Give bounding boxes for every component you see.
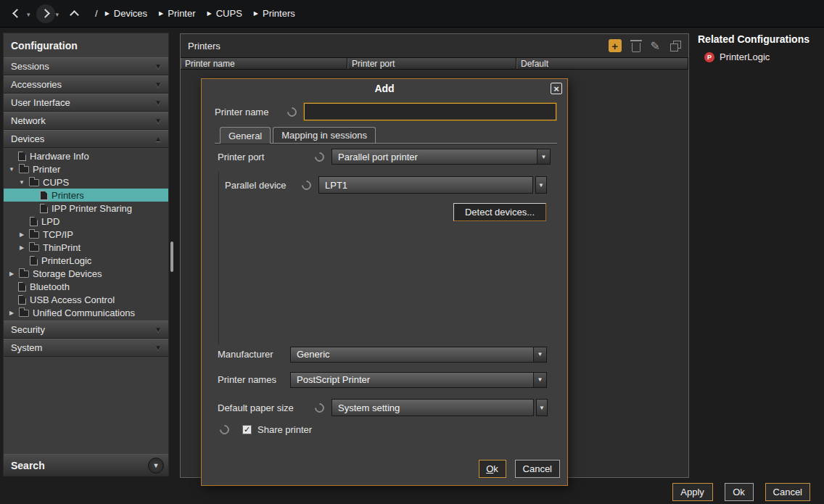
tree-collapsed-icon[interactable]: ▶: [8, 310, 15, 316]
up-button[interactable]: [65, 4, 83, 23]
dropdown-arrow-icon: ▼: [533, 347, 546, 362]
tree-item-printerlogic[interactable]: PrinterLogic: [4, 254, 168, 267]
detect-devices-button[interactable]: Detect devices...: [453, 203, 546, 221]
reset-parameter-icon[interactable]: [285, 105, 298, 118]
section-label: Accessories: [11, 79, 62, 90]
folder-icon: [19, 270, 29, 278]
add-printer-icon[interactable]: +: [609, 39, 622, 52]
forward-button[interactable]: [36, 4, 55, 23]
tree-item-printers[interactable]: Printers: [4, 189, 168, 202]
dialog-ok-button[interactable]: Ok: [479, 460, 506, 478]
related-configurations-title: Related Configurations: [698, 33, 823, 45]
tab-general[interactable]: General: [220, 127, 271, 144]
collapse-arrow-icon: ▼: [154, 326, 162, 334]
panel-header: Printers + ✎: [181, 34, 688, 57]
setup-application-window: ▾ ▾ / ▶Devices ▶Printer ▶CUPS ▶Printers …: [0, 0, 824, 504]
tree-item-usb-access-control[interactable]: USB Access Control: [4, 293, 168, 306]
sidebar-spacer: [4, 357, 168, 454]
paper-size-input[interactable]: System setting: [331, 399, 534, 416]
printer-port-select[interactable]: Parallel port printer ▼: [331, 149, 551, 165]
paper-size-dropdown-button[interactable]: ▼: [536, 399, 548, 416]
printer-name-input[interactable]: [304, 103, 556, 120]
tree-expanded-icon[interactable]: ▼: [18, 179, 25, 186]
folder-icon: [19, 310, 29, 317]
chevron-left-icon: [12, 9, 22, 18]
reset-parameter-icon[interactable]: [313, 150, 326, 163]
column-header-printer-port[interactable]: Printer port: [347, 58, 516, 69]
column-header-default[interactable]: Default: [516, 58, 688, 69]
paper-size-row: Default paper size System setting ▼: [218, 399, 548, 416]
tree-expanded-icon[interactable]: ▼: [8, 166, 15, 173]
parallel-device-dropdown-button[interactable]: ▼: [535, 176, 547, 194]
dropdown-arrow-icon: ▼: [533, 373, 546, 387]
section-accessories[interactable]: Accessories▼: [4, 75, 168, 94]
section-label: Security: [11, 324, 45, 335]
dialog-tabs: General Mapping in sessions: [220, 127, 378, 144]
collapse-arrow-icon: ▼: [154, 117, 162, 125]
dialog-cancel-button[interactable]: Cancel: [515, 460, 560, 478]
breadcrumb-cups[interactable]: ▶CUPS: [207, 8, 242, 19]
breadcrumb-label: Printer: [168, 8, 195, 19]
printer-names-select[interactable]: PostScript Printer ▼: [290, 372, 547, 388]
close-icon[interactable]: ×: [551, 83, 562, 94]
ok-button[interactable]: Ok: [725, 483, 754, 501]
document-icon: [30, 256, 38, 265]
back-history-caret-icon[interactable]: ▾: [27, 11, 30, 18]
tree-item-label: LPD: [41, 216, 59, 227]
section-network[interactable]: Network▼: [4, 112, 168, 130]
section-sessions[interactable]: Sessions▼: [4, 57, 168, 75]
tab-mapping-in-sessions[interactable]: Mapping in sessions: [273, 127, 376, 143]
tree-item-ipp-printer-sharing[interactable]: IPP Printer Sharing: [4, 202, 168, 215]
breadcrumb-printer[interactable]: ▶Printer: [159, 8, 195, 19]
apply-button[interactable]: Apply: [672, 483, 713, 501]
cancel-button[interactable]: Cancel: [765, 483, 810, 501]
section-devices[interactable]: Devices▲: [4, 130, 168, 148]
expand-arrow-icon: ▲: [154, 135, 162, 143]
search-label: Search: [11, 460, 45, 471]
tree-item-lpd[interactable]: LPD: [4, 215, 168, 228]
delete-printer-icon[interactable]: [632, 43, 640, 52]
reset-parameter-icon[interactable]: [300, 178, 313, 191]
reset-parameter-icon[interactable]: [313, 401, 326, 414]
chevron-right-icon: [41, 9, 50, 18]
tree-item-bluetooth[interactable]: Bluetooth: [4, 280, 168, 293]
related-item-printerlogic[interactable]: P PrinterLogic: [704, 51, 823, 62]
manufacturer-select[interactable]: Generic ▼: [290, 347, 547, 363]
search-expand-button[interactable]: ▼: [148, 458, 164, 474]
search-section[interactable]: Search ▼: [4, 454, 168, 476]
tree-item-thinprint[interactable]: ▶ThinPrint: [4, 241, 168, 254]
forward-history-caret-icon[interactable]: ▾: [56, 11, 59, 18]
edit-printer-icon[interactable]: ✎: [651, 39, 660, 53]
tree-item-printer[interactable]: ▼Printer: [4, 162, 168, 175]
sidebar-scrollbar[interactable]: [170, 241, 173, 272]
share-printer-label: Share printer: [258, 424, 312, 435]
tree-item-hardware-info[interactable]: Hardware Info: [4, 149, 168, 162]
tree-collapsed-icon[interactable]: ▶: [18, 231, 25, 238]
document-icon: [40, 191, 48, 200]
folder-icon: [29, 231, 39, 239]
breadcrumb-devices[interactable]: ▶Devices: [105, 8, 147, 19]
dialog-title: Add: [374, 83, 394, 94]
section-system[interactable]: System▼: [4, 339, 168, 357]
column-header-printer-name[interactable]: Printer name: [181, 58, 347, 69]
copy-printer-icon[interactable]: [670, 41, 681, 51]
back-button[interactable]: [7, 4, 26, 23]
chevron-up-icon: [70, 10, 79, 20]
tree-item-tcpip[interactable]: ▶TCP/IP: [4, 228, 168, 241]
tree-collapsed-icon[interactable]: ▶: [8, 270, 15, 277]
tree-item-label: PrinterLogic: [41, 255, 91, 266]
printer-names-label: Printer names: [218, 374, 290, 385]
tree-collapsed-icon[interactable]: ▶: [18, 244, 25, 251]
section-security[interactable]: Security▼: [4, 321, 168, 339]
section-label: User Interface: [11, 97, 70, 108]
section-user-interface[interactable]: User Interface▼: [4, 94, 168, 112]
reset-parameter-icon[interactable]: [218, 423, 231, 436]
breadcrumb-printers[interactable]: ▶Printers: [254, 8, 295, 19]
tree-item-cups[interactable]: ▼CUPS: [4, 175, 168, 189]
related-configurations-panel: Related Configurations P PrinterLogic: [698, 33, 823, 62]
section-label: System: [11, 342, 42, 353]
tree-item-unified-communications[interactable]: ▶Unified Communications: [4, 306, 168, 319]
tree-item-storage-devices[interactable]: ▶Storage Devices: [4, 267, 168, 280]
parallel-device-input[interactable]: LPT1: [318, 176, 533, 194]
share-printer-checkbox[interactable]: ✓: [242, 425, 252, 434]
